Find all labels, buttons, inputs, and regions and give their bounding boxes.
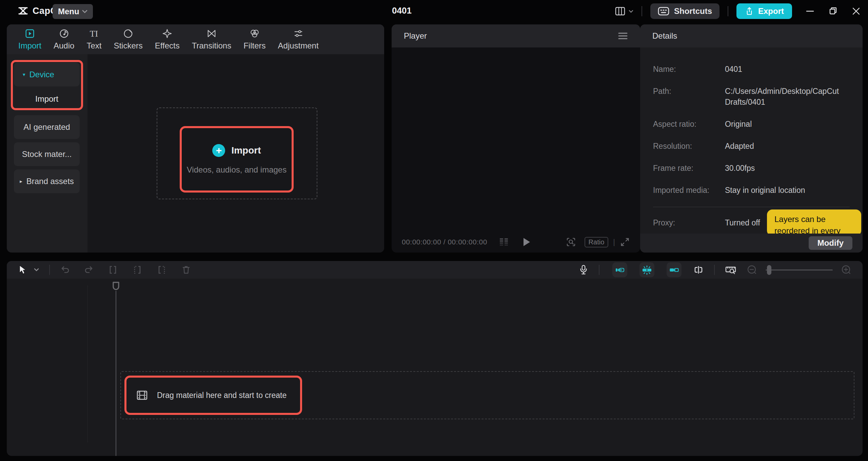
tab-stickers[interactable]: Stickers	[107, 28, 149, 51]
import-tab-icon	[25, 28, 35, 39]
import-subtitle: Videos, audios, and images	[187, 165, 287, 175]
modify-button[interactable]: Modify	[809, 236, 852, 250]
detail-row-resolution: Resolution: Adapted	[653, 141, 850, 152]
link-clips-toggle[interactable]	[667, 262, 682, 277]
auto-snap-toggle[interactable]	[612, 262, 627, 277]
film-icon	[136, 389, 148, 401]
details-footer: Modify	[640, 234, 863, 253]
detail-row-imported-media: Imported media: Stay in original locatio…	[653, 185, 850, 196]
slider-handle[interactable]	[767, 265, 771, 275]
capcut-logo-icon	[18, 5, 28, 16]
detail-row-aspect-ratio: Aspect ratio: Original	[653, 119, 850, 129]
close-button[interactable]	[852, 7, 861, 16]
tab-effects[interactable]: Effects	[149, 28, 186, 51]
export-label: Export	[758, 6, 784, 16]
tab-filters[interactable]: Filters	[237, 28, 272, 51]
media-sidebar: ▾ Device Import AI generated Stock mater…	[7, 54, 87, 253]
tab-import[interactable]: Import	[12, 28, 47, 51]
triangle-right-icon: ▸	[20, 178, 22, 184]
tab-transitions[interactable]: Transitions	[186, 28, 237, 51]
redo-button[interactable]	[83, 264, 94, 275]
timecode: 00:00:00:00 / 00:00:00:00	[402, 238, 487, 246]
media-panel: Import Audio TI Text Stickers Effects Tr…	[7, 24, 384, 253]
timeline-toolbar	[7, 261, 863, 279]
zoom-out-button[interactable]	[747, 264, 757, 275]
chevron-down-icon	[82, 10, 87, 13]
highlight-box-import: + Import Videos, audios, and images	[180, 126, 294, 193]
split-button[interactable]	[107, 264, 118, 275]
player-panel-title: Player	[404, 31, 427, 41]
export-icon	[745, 6, 754, 16]
frame-grid-icon[interactable]	[499, 238, 509, 246]
main-track-magnet-toggle[interactable]	[639, 262, 654, 277]
record-voiceover-button[interactable]	[578, 264, 589, 276]
cursor-mode-chevron-icon[interactable]	[34, 268, 39, 272]
media-browser-area: + Import Videos, audios, and images	[87, 54, 384, 253]
audio-tab-icon	[59, 28, 69, 39]
slider-track[interactable]	[766, 269, 833, 270]
ratio-button[interactable]: Ratio	[585, 237, 609, 247]
timeline-scale-icon[interactable]	[725, 264, 736, 275]
tooltip-layers: Layers can be reordered in every	[767, 209, 861, 236]
export-button[interactable]: Export	[736, 3, 792, 19]
media-tab-bar: Import Audio TI Text Stickers Effects Tr…	[7, 24, 384, 54]
timeline-zoom-slider[interactable]	[766, 265, 833, 275]
sidebar-item-ai-generated[interactable]: AI generated	[14, 115, 80, 139]
filters-tab-icon	[250, 28, 260, 39]
highlight-box-device	[11, 60, 83, 110]
playhead-marker[interactable]	[112, 281, 120, 292]
project-title: 0401	[368, 5, 436, 16]
zoom-in-button[interactable]	[841, 264, 852, 275]
adjustment-tab-icon	[293, 28, 303, 39]
minimize-button[interactable]	[806, 7, 814, 16]
tab-text[interactable]: TI Text	[80, 28, 107, 51]
highlight-box-dropzone: Drag material here and start to create	[124, 376, 302, 415]
menu-label: Menu	[58, 7, 79, 16]
dropzone-text: Drag material here and start to create	[157, 391, 287, 400]
import-action[interactable]: + Import	[212, 144, 261, 157]
player-controls: 00:00:00:00 / 00:00:00:00 Ratio |	[392, 232, 640, 253]
divider	[728, 6, 728, 16]
restore-button[interactable]	[829, 7, 837, 16]
keyboard-icon	[658, 6, 669, 16]
track-header-divider	[87, 285, 88, 442]
tab-adjustment[interactable]: Adjustment	[272, 28, 325, 51]
player-menu-icon[interactable]	[618, 32, 628, 40]
layout-switcher-button[interactable]	[615, 6, 633, 16]
sidebar-item-brand-assets[interactable]: ▸ Brand assets	[14, 169, 80, 193]
text-tab-icon: TI	[88, 28, 100, 39]
fullscreen-icon[interactable]	[620, 237, 630, 247]
ripple-edit-icon[interactable]	[693, 264, 704, 275]
undo-button[interactable]	[60, 264, 71, 275]
divider: |	[613, 238, 615, 246]
divider	[599, 265, 599, 275]
timeline-panel: Drag material here and start to create	[7, 261, 863, 456]
divider	[714, 265, 715, 275]
shortcuts-label: Shortcuts	[674, 6, 712, 16]
select-cursor-button[interactable]	[18, 265, 27, 275]
timeline-tracks-area: Drag material here and start to create	[7, 279, 863, 456]
sidebar-item-stock-material[interactable]: Stock mater...	[14, 142, 80, 166]
divider	[642, 6, 642, 16]
preview-quality-icon[interactable]	[566, 237, 576, 247]
detail-row-frame-rate: Frame rate: 30.00fps	[653, 163, 850, 174]
divider	[49, 265, 50, 275]
layout-icon	[615, 6, 626, 16]
menu-button[interactable]: Menu	[53, 4, 93, 19]
divider	[653, 207, 850, 207]
detail-row-name: Name: 0401	[653, 64, 850, 75]
details-panel-title: Details	[652, 31, 677, 41]
playhead-line[interactable]	[116, 291, 116, 456]
detail-row-path: Path: C:/Users/Admin/Desktop/CapCut Draf…	[653, 86, 850, 107]
title-bar: CapCut Menu 0401 Shortcuts	[0, 0, 868, 22]
details-panel: Details Name: 0401 Path: C:/Users/Admin/…	[640, 24, 863, 253]
transitions-tab-icon	[206, 28, 217, 39]
play-button[interactable]	[522, 237, 531, 247]
delete-left-button[interactable]	[132, 264, 143, 275]
shortcuts-button[interactable]: Shortcuts	[650, 3, 719, 19]
tab-audio[interactable]: Audio	[47, 28, 80, 51]
chevron-down-icon	[629, 10, 633, 13]
player-panel: Player 00:00:00:00 / 00:00:00:00 Ratio |	[392, 24, 640, 253]
delete-right-button[interactable]	[156, 264, 167, 275]
delete-button[interactable]	[181, 264, 192, 275]
